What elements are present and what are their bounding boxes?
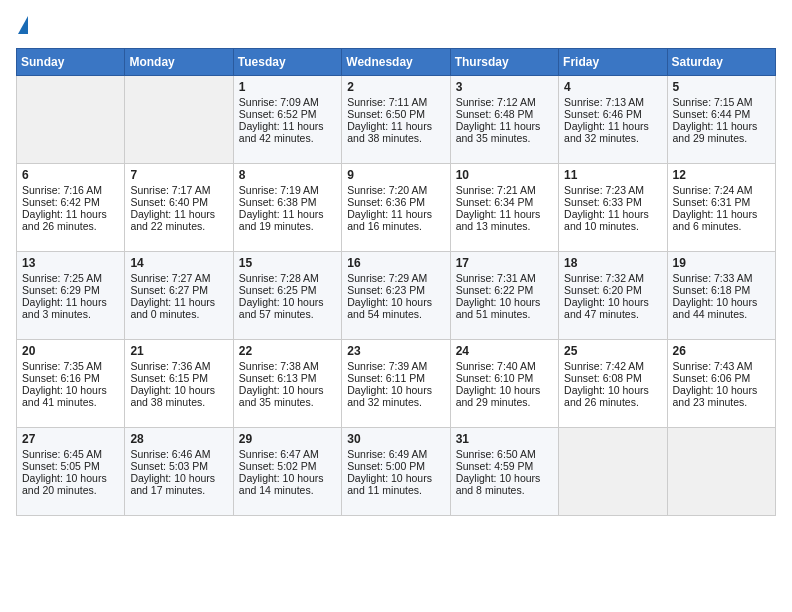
day-info-line: Sunrise: 7:16 AM — [22, 184, 119, 196]
day-number: 16 — [347, 256, 444, 270]
day-info-line: Sunset: 6:10 PM — [456, 372, 553, 384]
calendar-cell — [125, 76, 233, 164]
day-info-line: Sunset: 6:06 PM — [673, 372, 770, 384]
day-info-line: Sunset: 6:36 PM — [347, 196, 444, 208]
calendar-cell: 25Sunrise: 7:42 AMSunset: 6:08 PMDayligh… — [559, 340, 667, 428]
calendar-week-row: 6Sunrise: 7:16 AMSunset: 6:42 PMDaylight… — [17, 164, 776, 252]
day-info-line: Daylight: 10 hours and 23 minutes. — [673, 384, 770, 408]
day-info-line: Sunrise: 7:15 AM — [673, 96, 770, 108]
day-number: 20 — [22, 344, 119, 358]
day-number: 6 — [22, 168, 119, 182]
calendar-cell: 23Sunrise: 7:39 AMSunset: 6:11 PMDayligh… — [342, 340, 450, 428]
calendar-week-row: 1Sunrise: 7:09 AMSunset: 6:52 PMDaylight… — [17, 76, 776, 164]
day-number: 19 — [673, 256, 770, 270]
day-info-line: Daylight: 11 hours and 22 minutes. — [130, 208, 227, 232]
day-number: 26 — [673, 344, 770, 358]
calendar-cell: 12Sunrise: 7:24 AMSunset: 6:31 PMDayligh… — [667, 164, 775, 252]
day-info-line: Daylight: 10 hours and 57 minutes. — [239, 296, 336, 320]
calendar-cell: 3Sunrise: 7:12 AMSunset: 6:48 PMDaylight… — [450, 76, 558, 164]
calendar-cell: 21Sunrise: 7:36 AMSunset: 6:15 PMDayligh… — [125, 340, 233, 428]
day-number: 27 — [22, 432, 119, 446]
day-info-line: Daylight: 11 hours and 16 minutes. — [347, 208, 444, 232]
day-info-line: Sunrise: 6:46 AM — [130, 448, 227, 460]
day-info-line: Daylight: 11 hours and 26 minutes. — [22, 208, 119, 232]
calendar-cell — [667, 428, 775, 516]
day-number: 21 — [130, 344, 227, 358]
day-info-line: Sunrise: 7:27 AM — [130, 272, 227, 284]
day-number: 4 — [564, 80, 661, 94]
day-info-line: Sunrise: 7:20 AM — [347, 184, 444, 196]
day-info-line: Sunset: 5:05 PM — [22, 460, 119, 472]
day-number: 25 — [564, 344, 661, 358]
day-info-line: Daylight: 10 hours and 17 minutes. — [130, 472, 227, 496]
day-info-line: Sunrise: 7:42 AM — [564, 360, 661, 372]
day-number: 17 — [456, 256, 553, 270]
day-info-line: Sunrise: 6:49 AM — [347, 448, 444, 460]
day-number: 22 — [239, 344, 336, 358]
calendar-week-row: 27Sunrise: 6:45 AMSunset: 5:05 PMDayligh… — [17, 428, 776, 516]
page-header — [16, 16, 776, 36]
logo-triangle-icon — [18, 16, 28, 34]
calendar-cell: 31Sunrise: 6:50 AMSunset: 4:59 PMDayligh… — [450, 428, 558, 516]
day-info-line: Sunset: 5:03 PM — [130, 460, 227, 472]
calendar-table: SundayMondayTuesdayWednesdayThursdayFrid… — [16, 48, 776, 516]
calendar-cell: 29Sunrise: 6:47 AMSunset: 5:02 PMDayligh… — [233, 428, 341, 516]
day-info-line: Sunrise: 7:29 AM — [347, 272, 444, 284]
day-info-line: Daylight: 11 hours and 6 minutes. — [673, 208, 770, 232]
calendar-cell: 5Sunrise: 7:15 AMSunset: 6:44 PMDaylight… — [667, 76, 775, 164]
calendar-cell — [559, 428, 667, 516]
calendar-cell: 11Sunrise: 7:23 AMSunset: 6:33 PMDayligh… — [559, 164, 667, 252]
day-info-line: Sunrise: 6:45 AM — [22, 448, 119, 460]
day-info-line: Sunset: 6:13 PM — [239, 372, 336, 384]
day-header: Sunday — [17, 49, 125, 76]
day-info-line: Daylight: 10 hours and 47 minutes. — [564, 296, 661, 320]
day-info-line: Daylight: 11 hours and 32 minutes. — [564, 120, 661, 144]
day-info-line: Sunrise: 7:21 AM — [456, 184, 553, 196]
calendar-cell: 19Sunrise: 7:33 AMSunset: 6:18 PMDayligh… — [667, 252, 775, 340]
day-number: 12 — [673, 168, 770, 182]
day-info-line: Sunset: 6:44 PM — [673, 108, 770, 120]
day-info-line: Daylight: 10 hours and 38 minutes. — [130, 384, 227, 408]
day-info-line: Sunset: 6:50 PM — [347, 108, 444, 120]
day-info-line: Daylight: 10 hours and 35 minutes. — [239, 384, 336, 408]
day-info-line: Daylight: 11 hours and 42 minutes. — [239, 120, 336, 144]
day-info-line: Daylight: 10 hours and 41 minutes. — [22, 384, 119, 408]
day-info-line: Sunrise: 7:36 AM — [130, 360, 227, 372]
day-number: 30 — [347, 432, 444, 446]
day-number: 8 — [239, 168, 336, 182]
calendar-cell: 4Sunrise: 7:13 AMSunset: 6:46 PMDaylight… — [559, 76, 667, 164]
day-info-line: Sunset: 6:34 PM — [456, 196, 553, 208]
day-info-line: Sunrise: 7:35 AM — [22, 360, 119, 372]
day-number: 9 — [347, 168, 444, 182]
day-info-line: Daylight: 11 hours and 35 minutes. — [456, 120, 553, 144]
day-info-line: Sunrise: 7:28 AM — [239, 272, 336, 284]
calendar-cell: 8Sunrise: 7:19 AMSunset: 6:38 PMDaylight… — [233, 164, 341, 252]
day-info-line: Daylight: 11 hours and 10 minutes. — [564, 208, 661, 232]
day-info-line: Sunrise: 7:38 AM — [239, 360, 336, 372]
day-info-line: Daylight: 11 hours and 19 minutes. — [239, 208, 336, 232]
day-number: 3 — [456, 80, 553, 94]
calendar-body: 1Sunrise: 7:09 AMSunset: 6:52 PMDaylight… — [17, 76, 776, 516]
calendar-cell: 6Sunrise: 7:16 AMSunset: 6:42 PMDaylight… — [17, 164, 125, 252]
day-info-line: Daylight: 10 hours and 44 minutes. — [673, 296, 770, 320]
calendar-cell: 28Sunrise: 6:46 AMSunset: 5:03 PMDayligh… — [125, 428, 233, 516]
day-info-line: Sunrise: 7:24 AM — [673, 184, 770, 196]
day-header: Thursday — [450, 49, 558, 76]
day-info-line: Daylight: 10 hours and 32 minutes. — [347, 384, 444, 408]
day-info-line: Daylight: 11 hours and 13 minutes. — [456, 208, 553, 232]
calendar-header-row: SundayMondayTuesdayWednesdayThursdayFrid… — [17, 49, 776, 76]
day-info-line: Sunset: 6:29 PM — [22, 284, 119, 296]
day-info-line: Daylight: 11 hours and 38 minutes. — [347, 120, 444, 144]
day-info-line: Sunset: 6:11 PM — [347, 372, 444, 384]
day-number: 15 — [239, 256, 336, 270]
day-info-line: Sunset: 6:40 PM — [130, 196, 227, 208]
day-number: 5 — [673, 80, 770, 94]
calendar-cell: 7Sunrise: 7:17 AMSunset: 6:40 PMDaylight… — [125, 164, 233, 252]
day-info-line: Sunrise: 6:50 AM — [456, 448, 553, 460]
day-info-line: Sunset: 6:08 PM — [564, 372, 661, 384]
day-number: 2 — [347, 80, 444, 94]
calendar-cell: 26Sunrise: 7:43 AMSunset: 6:06 PMDayligh… — [667, 340, 775, 428]
calendar-cell: 27Sunrise: 6:45 AMSunset: 5:05 PMDayligh… — [17, 428, 125, 516]
day-info-line: Sunset: 4:59 PM — [456, 460, 553, 472]
day-info-line: Sunrise: 7:25 AM — [22, 272, 119, 284]
